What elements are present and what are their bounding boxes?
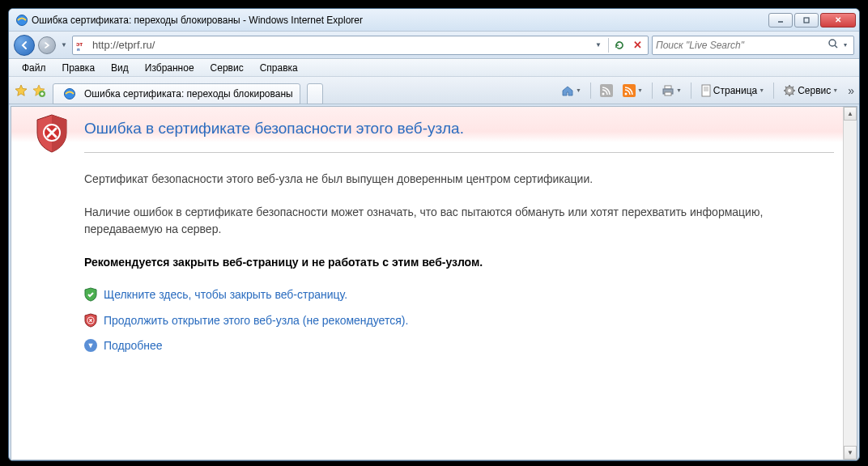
more-info-row: ▼ Подробнее xyxy=(84,339,834,352)
menu-help[interactable]: Справка xyxy=(252,61,306,75)
continue-link-row: Продолжить открытие этого веб-узла (не р… xyxy=(84,313,834,328)
shield-error-icon xyxy=(34,113,70,154)
svg-rect-11 xyxy=(623,84,636,97)
browser-tab[interactable]: Ошибка сертификата: переходы блокированы xyxy=(53,83,300,104)
refresh-button[interactable] xyxy=(612,38,627,53)
search-icon[interactable] xyxy=(828,38,840,52)
minimize-button[interactable] xyxy=(768,13,793,28)
svg-rect-13 xyxy=(665,86,671,89)
favorites-center-icon[interactable] xyxy=(14,83,28,98)
menu-view[interactable]: Вид xyxy=(103,61,137,75)
nav-history-dropdown[interactable]: ▼ xyxy=(59,41,69,49)
search-dropdown[interactable]: ▾ xyxy=(840,41,850,49)
svg-text:п: п xyxy=(77,47,80,52)
svg-line-26 xyxy=(785,87,787,88)
menu-favorites[interactable]: Избранное xyxy=(137,61,202,75)
page-menu-label: Страница xyxy=(713,85,757,96)
ie-window: Ошибка сертификата: переходы блокированы… xyxy=(8,8,860,461)
close-button[interactable]: ✕ xyxy=(820,13,856,28)
svg-rect-2 xyxy=(804,18,809,23)
menu-tools[interactable]: Сервис xyxy=(202,61,252,75)
scroll-track[interactable] xyxy=(844,121,857,446)
svg-point-5 xyxy=(829,40,836,46)
address-bar[interactable]: этп ▼ ✕ xyxy=(72,36,649,55)
tools-menu-label: Сервис xyxy=(798,85,831,96)
svg-point-10 xyxy=(602,92,604,95)
tools-menu[interactable]: Сервис▼ xyxy=(780,82,841,100)
feeds-button[interactable] xyxy=(597,82,616,100)
maximize-button[interactable] xyxy=(794,13,819,28)
shield-ok-icon xyxy=(84,287,97,302)
window-title: Ошибка сертификата: переходы блокированы… xyxy=(32,15,768,26)
svg-line-28 xyxy=(785,93,787,95)
ie-logo-icon xyxy=(15,14,28,27)
more-info-link[interactable]: Подробнее xyxy=(104,339,163,352)
svg-point-21 xyxy=(788,89,791,92)
chevron-down-icon: ▼ xyxy=(84,339,97,352)
site-favicon-icon: этп xyxy=(76,39,89,52)
forward-button[interactable] xyxy=(38,36,56,54)
titlebar: Ошибка сертификата: переходы блокированы… xyxy=(9,9,859,32)
scroll-down-button[interactable]: ▼ xyxy=(844,446,857,460)
tab-favicon-icon xyxy=(63,87,76,100)
back-button[interactable] xyxy=(14,35,35,56)
continue-link[interactable]: Продолжить открытие этого веб-узла (не р… xyxy=(104,314,408,327)
overflow-icon[interactable]: » xyxy=(848,84,854,97)
error-line-2: Наличие ошибок в сертификате безопасност… xyxy=(84,204,834,238)
address-dropdown[interactable]: ▼ xyxy=(592,41,605,49)
svg-line-27 xyxy=(793,93,794,95)
divider xyxy=(84,152,834,153)
error-text-column: Ошибка в сертификате безопасности этого … xyxy=(84,113,834,363)
svg-line-29 xyxy=(793,87,794,88)
command-bar: Ошибка сертификата: переходы блокированы… xyxy=(9,77,859,104)
menu-bar: Файл Правка Вид Избранное Сервис Справка xyxy=(9,59,859,77)
svg-rect-9 xyxy=(600,84,613,97)
rss-button[interactable]: ▼ xyxy=(619,82,646,100)
menu-edit[interactable]: Правка xyxy=(54,61,104,75)
window-controls: ✕ xyxy=(768,13,856,28)
new-tab-button[interactable] xyxy=(307,83,323,104)
search-input[interactable] xyxy=(656,40,828,51)
menu-file[interactable]: Файл xyxy=(14,61,54,75)
close-page-link[interactable]: Щелкните здесь, чтобы закрыть веб-страни… xyxy=(104,288,347,301)
error-heading: Ошибка в сертификате безопасности этого … xyxy=(84,120,834,138)
separator xyxy=(608,38,609,53)
tab-title: Ошибка сертификата: переходы блокированы xyxy=(84,88,293,100)
svg-line-6 xyxy=(835,45,837,48)
certificate-error-body: Ошибка в сертификате безопасности этого … xyxy=(11,142,857,386)
vertical-scrollbar[interactable]: ▲ ▼ xyxy=(843,107,857,460)
add-favorite-icon[interactable] xyxy=(32,83,46,98)
scroll-up-button[interactable]: ▲ xyxy=(844,107,857,121)
navigation-bar: ▼ этп ▼ ✕ ▾ xyxy=(9,32,859,59)
svg-point-12 xyxy=(624,92,627,95)
print-button[interactable]: ▼ xyxy=(658,82,685,100)
close-page-link-row: Щелкните здесь, чтобы закрыть веб-страни… xyxy=(84,287,834,302)
error-line-1: Сертификат безопасности этого веб-узла н… xyxy=(84,171,834,188)
shield-warn-icon xyxy=(84,313,97,328)
error-recommend: Рекомендуется закрыть веб-страницу и не … xyxy=(84,254,834,271)
page-menu[interactable]: Страница▼ xyxy=(697,82,768,100)
home-button[interactable]: ▼ xyxy=(558,82,585,100)
svg-rect-15 xyxy=(665,92,671,95)
content-area: Ошибка в сертификате безопасности этого … xyxy=(11,106,857,460)
url-input[interactable] xyxy=(92,39,589,51)
search-bar[interactable]: ▾ xyxy=(652,36,854,55)
stop-button[interactable]: ✕ xyxy=(630,38,645,53)
